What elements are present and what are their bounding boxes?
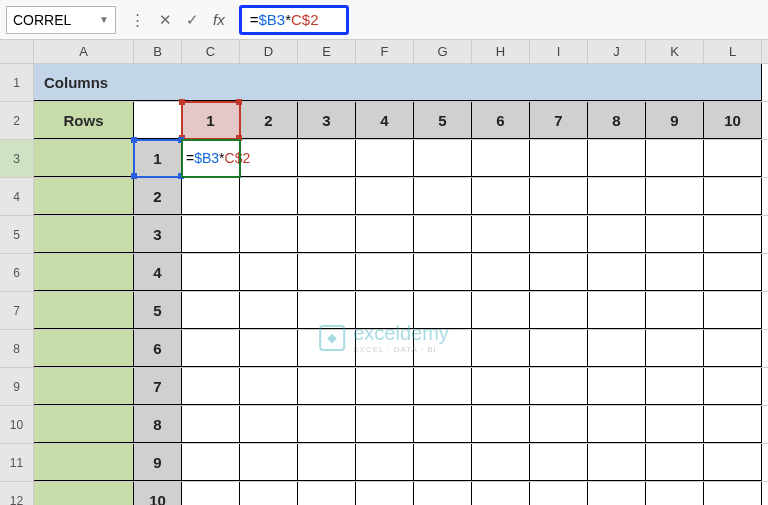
row-header[interactable]: 3 — [0, 140, 34, 177]
cell[interactable] — [530, 178, 588, 215]
col-header[interactable]: F — [356, 40, 414, 63]
cell-c2-ref[interactable]: 1 — [182, 102, 240, 139]
cell[interactable] — [298, 406, 356, 443]
cell[interactable] — [34, 140, 134, 177]
cell[interactable] — [182, 64, 240, 101]
cell[interactable] — [530, 216, 588, 253]
cell[interactable] — [472, 178, 530, 215]
cell[interactable] — [588, 482, 646, 505]
cell[interactable] — [704, 482, 762, 505]
cell[interactable] — [356, 64, 414, 101]
cell[interactable] — [588, 254, 646, 291]
cell[interactable] — [34, 178, 134, 215]
col-header[interactable]: A — [34, 40, 134, 63]
cell[interactable] — [588, 178, 646, 215]
data-col-header[interactable]: 4 — [356, 102, 414, 139]
cell[interactable] — [356, 330, 414, 367]
data-row-header[interactable]: 4 — [134, 254, 182, 291]
cell-b2[interactable] — [134, 102, 182, 139]
cell[interactable] — [704, 292, 762, 329]
cell[interactable] — [34, 444, 134, 481]
cell[interactable] — [646, 330, 704, 367]
cell[interactable] — [646, 444, 704, 481]
formula-input[interactable]: =$B3*C$2 — [239, 5, 349, 35]
cell[interactable] — [240, 368, 298, 405]
cell[interactable] — [240, 482, 298, 505]
cell[interactable] — [240, 330, 298, 367]
cell[interactable] — [530, 330, 588, 367]
col-header[interactable]: E — [298, 40, 356, 63]
cell[interactable] — [414, 368, 472, 405]
cell[interactable] — [298, 482, 356, 505]
cell[interactable] — [34, 330, 134, 367]
cell[interactable] — [298, 64, 356, 101]
cell[interactable] — [182, 216, 240, 253]
cell[interactable] — [34, 406, 134, 443]
col-header[interactable]: K — [646, 40, 704, 63]
cell[interactable] — [472, 140, 530, 177]
col-header[interactable]: B — [134, 40, 182, 63]
cell[interactable] — [530, 254, 588, 291]
cell[interactable] — [646, 64, 704, 101]
cell[interactable] — [240, 406, 298, 443]
cell[interactable] — [472, 406, 530, 443]
active-cell-c3[interactable]: =$B3*C$2 — [182, 140, 240, 177]
cell[interactable] — [704, 444, 762, 481]
data-row-header[interactable]: 10 — [134, 482, 182, 505]
cell[interactable] — [588, 216, 646, 253]
col-header[interactable]: I — [530, 40, 588, 63]
data-row-header[interactable]: 6 — [134, 330, 182, 367]
cell[interactable] — [298, 178, 356, 215]
cell[interactable] — [704, 406, 762, 443]
cell[interactable] — [472, 482, 530, 505]
cell[interactable] — [182, 406, 240, 443]
data-col-header[interactable]: 5 — [414, 102, 472, 139]
cell[interactable] — [588, 406, 646, 443]
cell[interactable] — [240, 216, 298, 253]
cell[interactable] — [588, 140, 646, 177]
data-col-header[interactable]: 7 — [530, 102, 588, 139]
cell[interactable] — [298, 330, 356, 367]
cell[interactable] — [588, 292, 646, 329]
cell[interactable] — [588, 444, 646, 481]
cell[interactable] — [704, 330, 762, 367]
data-row-header[interactable]: 5 — [134, 292, 182, 329]
row-header[interactable]: 12 — [0, 482, 34, 505]
data-row-header[interactable]: 7 — [134, 368, 182, 405]
cell[interactable] — [240, 64, 298, 101]
cell[interactable] — [530, 482, 588, 505]
cell[interactable] — [356, 254, 414, 291]
cell[interactable] — [134, 64, 182, 101]
data-row-header[interactable]: 8 — [134, 406, 182, 443]
enter-icon[interactable]: ✓ — [186, 11, 199, 29]
cell[interactable] — [588, 330, 646, 367]
cell[interactable] — [356, 292, 414, 329]
cell[interactable] — [414, 444, 472, 481]
fx-icon[interactable]: fx — [213, 11, 225, 28]
cell[interactable] — [646, 482, 704, 505]
cell[interactable] — [472, 216, 530, 253]
col-header[interactable]: H — [472, 40, 530, 63]
cell[interactable] — [182, 292, 240, 329]
cell[interactable] — [646, 140, 704, 177]
cell[interactable] — [530, 140, 588, 177]
chevron-down-icon[interactable]: ▼ — [99, 14, 109, 25]
col-header[interactable]: G — [414, 40, 472, 63]
cell[interactable] — [588, 64, 646, 101]
cell[interactable] — [240, 292, 298, 329]
cell[interactable] — [472, 368, 530, 405]
name-box[interactable]: CORREL ▼ — [6, 6, 116, 34]
cell[interactable] — [704, 178, 762, 215]
cell[interactable] — [240, 444, 298, 481]
cell[interactable] — [530, 64, 588, 101]
data-col-header[interactable]: 6 — [472, 102, 530, 139]
row-header[interactable]: 10 — [0, 406, 34, 443]
cell[interactable] — [704, 64, 762, 101]
cell[interactable] — [298, 292, 356, 329]
cell[interactable] — [414, 140, 472, 177]
data-col-header[interactable]: 3 — [298, 102, 356, 139]
cell[interactable] — [472, 254, 530, 291]
cell[interactable] — [298, 254, 356, 291]
cell[interactable] — [182, 368, 240, 405]
cell[interactable] — [530, 368, 588, 405]
